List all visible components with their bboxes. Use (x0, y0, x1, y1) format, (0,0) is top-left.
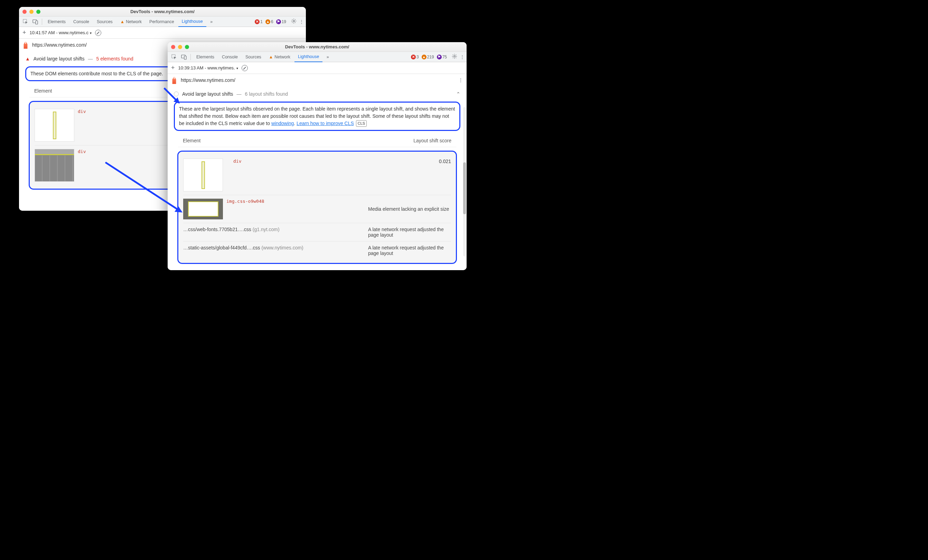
inspect-icon[interactable] (21, 18, 30, 26)
tab-elements[interactable]: Elements (193, 52, 218, 62)
tab-sources[interactable]: Sources (93, 17, 116, 27)
status-circle-icon (174, 91, 179, 96)
tab-network[interactable]: ▲Network (266, 52, 294, 62)
shifts-panel: div 0.021 img.css-o9w048 Media element l… (177, 151, 457, 264)
dash: — (237, 91, 241, 97)
root-cause: A late network request adjusted the page… (368, 245, 451, 256)
tab-network-label: Network (126, 19, 142, 24)
lighthouse-icon (171, 76, 177, 84)
cls-chip: CLS (356, 120, 367, 127)
new-report-icon[interactable]: + (171, 64, 175, 72)
device-toggle-icon[interactable] (31, 18, 40, 26)
titlebar: DevTools - www.nytimes.com/ (19, 7, 306, 17)
col-score: Layout shift score (414, 138, 452, 143)
audit-title: Avoid large layout shifts (34, 56, 85, 61)
lighthouse-icon (23, 41, 29, 49)
file-path: …css/web-fonts.7705b21….css (g1.nyt.com) (183, 227, 365, 232)
file-path: …static-assets/global-f449cfd….css (www.… (183, 245, 365, 251)
tab-elements[interactable]: Elements (44, 17, 69, 27)
close-icon[interactable] (171, 45, 175, 49)
audit-header[interactable]: Avoid large layout shifts — 6 layout shi… (168, 90, 467, 98)
audit-description: These are the largest layout shifts obse… (174, 102, 460, 131)
kebab-icon[interactable]: ⋮ (458, 78, 463, 83)
layout-shift-score: 0.021 (439, 158, 451, 164)
tab-lighthouse[interactable]: Lighthouse (179, 17, 206, 27)
svg-rect-2 (36, 21, 38, 24)
element-thumbnail (35, 109, 74, 142)
gear-icon[interactable] (291, 18, 296, 25)
minimize-icon[interactable] (178, 45, 182, 49)
col-element: Element (34, 88, 52, 94)
scrollbar-thumb[interactable] (463, 162, 466, 214)
device-toggle-icon[interactable] (179, 53, 188, 61)
element-thumbnail (183, 199, 223, 219)
warning-triangle-icon: ▲ (25, 56, 30, 61)
audit-found: 6 layout shifts found (245, 91, 288, 97)
svg-point-3 (293, 20, 295, 22)
tab-network-label: Network (275, 55, 290, 59)
svg-rect-6 (184, 56, 186, 59)
path-text: …static-assets/global-f449cfd….css (183, 245, 260, 251)
element-code: img.css-o9w048 (226, 199, 264, 204)
desc-mid: . (294, 120, 296, 126)
maximize-icon[interactable] (36, 10, 40, 14)
maximize-icon[interactable] (185, 45, 189, 49)
dash: — (88, 56, 93, 61)
element-code: div (78, 149, 86, 154)
chevron-up-icon[interactable]: ⌃ (456, 91, 460, 97)
inspect-icon[interactable] (170, 53, 179, 61)
audit-found: 5 elements found (96, 56, 133, 61)
element-code: div (233, 158, 241, 164)
gear-icon[interactable] (452, 53, 457, 60)
tab-console[interactable]: Console (70, 17, 93, 27)
window-title: DevTools - www.nytimes.com/ (19, 9, 306, 14)
tab-performance[interactable]: Performance (146, 17, 178, 27)
path-origin: (www.nytimes.com) (261, 245, 303, 251)
clear-icon[interactable] (241, 65, 248, 71)
audit-title: Avoid large layout shifts (182, 91, 233, 97)
tab-console[interactable]: Console (218, 52, 241, 62)
tested-url: https://www.nytimes.com/ (32, 42, 87, 48)
lighthouse-toolbar: + 10:39:13 AM - www.nytimes. (168, 62, 467, 74)
element-thumbnail (183, 158, 223, 192)
clear-icon[interactable] (95, 30, 101, 36)
report-dropdown[interactable]: 10:39:13 AM - www.nytimes. (179, 65, 238, 70)
close-icon[interactable] (23, 10, 27, 14)
titlebar: DevTools - www.nytimes.com/ (168, 42, 467, 52)
tab-sources[interactable]: Sources (242, 52, 265, 62)
path-origin: (g1.nyt.com) (253, 227, 279, 232)
col-element: Element (183, 138, 200, 143)
kebab-icon[interactable]: ⋮ (299, 19, 304, 24)
devtools-tabbar: Elements Console Sources ▲Network Perfor… (19, 17, 306, 27)
new-report-icon[interactable]: + (23, 29, 26, 36)
element-thumbnail (35, 149, 74, 182)
link-windowing[interactable]: windowing (271, 120, 294, 126)
more-tabs-icon[interactable]: » (323, 53, 332, 61)
tested-url: https://www.nytimes.com/ (181, 78, 235, 83)
error-count[interactable]: ✕1▲6⚑19 (255, 19, 288, 24)
lighthouse-toolbar: + 10:41:57 AM - www.nytimes.c (19, 27, 306, 39)
link-learn-cls[interactable]: Learn how to improve CLS (296, 120, 354, 126)
root-cause: Media element lacking an explicit size (368, 206, 451, 212)
error-count[interactable]: ✕3▲219⚑75 (411, 55, 449, 59)
more-tabs-icon[interactable]: » (207, 18, 216, 26)
tab-lighthouse[interactable]: Lighthouse (295, 52, 322, 62)
devtools-tabbar: Elements Console Sources ▲Network Lighth… (168, 52, 467, 62)
kebab-icon[interactable]: ⋮ (460, 54, 464, 59)
window-title: DevTools - www.nytimes.com/ (168, 44, 467, 49)
url-bar: https://www.nytimes.com/ ⋮ (168, 74, 467, 86)
tab-network[interactable]: ▲Network (117, 17, 145, 27)
element-code: div (78, 109, 86, 114)
root-cause: A late network request adjusted the page… (368, 227, 451, 238)
svg-point-7 (454, 56, 456, 57)
path-text: …css/web-fonts.7705b21….css (183, 227, 251, 232)
report-dropdown[interactable]: 10:41:57 AM - www.nytimes.c (30, 30, 92, 35)
minimize-icon[interactable] (29, 10, 34, 14)
